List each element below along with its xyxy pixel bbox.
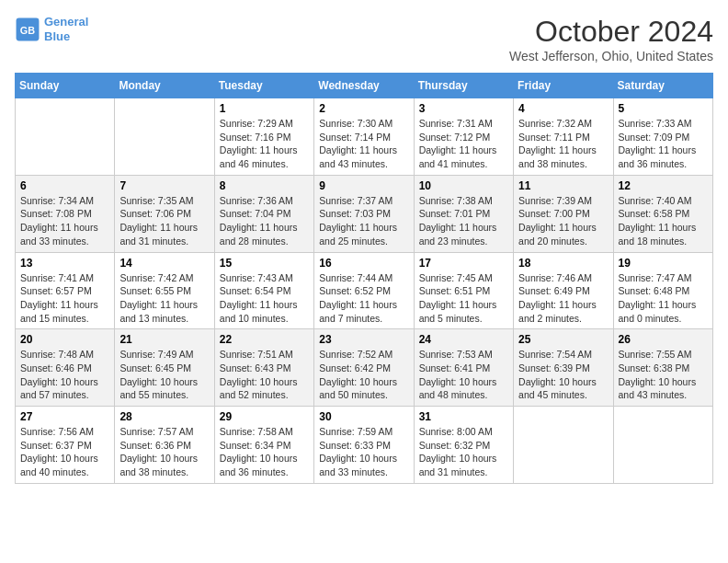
month-title: October 2024 bbox=[509, 15, 713, 49]
calendar-cell: 15Sunrise: 7:43 AM Sunset: 6:54 PM Dayli… bbox=[214, 252, 313, 329]
week-row-3: 13Sunrise: 7:41 AM Sunset: 6:57 PM Dayli… bbox=[16, 252, 713, 329]
calendar-cell: 29Sunrise: 7:58 AM Sunset: 6:34 PM Dayli… bbox=[214, 407, 313, 484]
day-info: Sunrise: 7:32 AM Sunset: 7:11 PM Dayligh… bbox=[518, 117, 608, 171]
day-info: Sunrise: 7:48 AM Sunset: 6:46 PM Dayligh… bbox=[20, 348, 109, 402]
day-number: 2 bbox=[319, 102, 408, 115]
day-number: 11 bbox=[518, 179, 608, 192]
day-number: 18 bbox=[518, 257, 608, 270]
calendar-cell: 11Sunrise: 7:39 AM Sunset: 7:00 PM Dayli… bbox=[514, 175, 613, 252]
day-info: Sunrise: 7:40 AM Sunset: 6:58 PM Dayligh… bbox=[619, 194, 708, 248]
calendar-body: 1Sunrise: 7:29 AM Sunset: 7:16 PM Daylig… bbox=[16, 98, 713, 484]
title-block: October 2024 West Jefferson, Ohio, Unite… bbox=[509, 15, 713, 63]
day-info: Sunrise: 7:30 AM Sunset: 7:14 PM Dayligh… bbox=[319, 117, 408, 171]
calendar-cell: 30Sunrise: 7:59 AM Sunset: 6:33 PM Dayli… bbox=[314, 407, 414, 484]
day-number: 9 bbox=[319, 179, 408, 192]
day-number: 4 bbox=[518, 102, 608, 115]
week-row-2: 6Sunrise: 7:34 AM Sunset: 7:08 PM Daylig… bbox=[16, 175, 713, 252]
calendar-cell: 19Sunrise: 7:47 AM Sunset: 6:48 PM Dayli… bbox=[613, 252, 712, 329]
calendar-cell: 26Sunrise: 7:55 AM Sunset: 6:38 PM Dayli… bbox=[613, 329, 712, 407]
logo: GB General Blue bbox=[15, 15, 88, 43]
calendar-cell: 1Sunrise: 7:29 AM Sunset: 7:16 PM Daylig… bbox=[214, 98, 313, 176]
day-number: 27 bbox=[20, 410, 109, 423]
day-info: Sunrise: 7:41 AM Sunset: 6:57 PM Dayligh… bbox=[20, 271, 109, 326]
calendar-cell: 22Sunrise: 7:51 AM Sunset: 6:43 PM Dayli… bbox=[214, 329, 313, 407]
svg-text:GB: GB bbox=[20, 24, 35, 35]
calendar-cell: 21Sunrise: 7:49 AM Sunset: 6:45 PM Dayli… bbox=[115, 329, 214, 407]
day-info: Sunrise: 7:38 AM Sunset: 7:01 PM Dayligh… bbox=[419, 194, 508, 248]
calendar-cell: 31Sunrise: 8:00 AM Sunset: 6:32 PM Dayli… bbox=[414, 407, 513, 484]
calendar-cell: 25Sunrise: 7:54 AM Sunset: 6:39 PM Dayli… bbox=[514, 329, 613, 407]
day-info: Sunrise: 7:57 AM Sunset: 6:36 PM Dayligh… bbox=[119, 425, 209, 479]
day-number: 19 bbox=[619, 257, 708, 270]
day-number: 15 bbox=[220, 257, 309, 270]
page-header: GB General Blue October 2024 West Jeffer… bbox=[15, 15, 713, 63]
logo-icon: GB bbox=[15, 17, 40, 42]
calendar-cell: 24Sunrise: 7:53 AM Sunset: 6:41 PM Dayli… bbox=[414, 329, 513, 407]
day-info: Sunrise: 7:31 AM Sunset: 7:12 PM Dayligh… bbox=[419, 117, 508, 171]
calendar-cell bbox=[115, 98, 214, 176]
calendar-cell bbox=[613, 407, 712, 484]
day-info: Sunrise: 7:46 AM Sunset: 6:49 PM Dayligh… bbox=[518, 271, 608, 326]
day-info: Sunrise: 7:37 AM Sunset: 7:03 PM Dayligh… bbox=[319, 194, 408, 248]
calendar-cell: 12Sunrise: 7:40 AM Sunset: 6:58 PM Dayli… bbox=[613, 175, 712, 252]
day-number: 21 bbox=[119, 333, 209, 346]
day-number: 8 bbox=[220, 179, 309, 192]
day-number: 20 bbox=[20, 333, 109, 346]
calendar-cell: 3Sunrise: 7:31 AM Sunset: 7:12 PM Daylig… bbox=[414, 98, 513, 176]
day-info: Sunrise: 8:00 AM Sunset: 6:32 PM Dayligh… bbox=[419, 425, 508, 479]
calendar-cell: 14Sunrise: 7:42 AM Sunset: 6:55 PM Dayli… bbox=[115, 252, 214, 329]
header-day-tuesday: Tuesday bbox=[214, 74, 313, 98]
day-number: 13 bbox=[20, 257, 109, 270]
day-info: Sunrise: 7:54 AM Sunset: 6:39 PM Dayligh… bbox=[518, 348, 608, 402]
calendar-cell bbox=[16, 98, 115, 176]
header-day-thursday: Thursday bbox=[414, 74, 513, 98]
day-number: 29 bbox=[220, 410, 309, 423]
day-number: 12 bbox=[619, 179, 708, 192]
calendar-cell: 28Sunrise: 7:57 AM Sunset: 6:36 PM Dayli… bbox=[115, 407, 214, 484]
day-info: Sunrise: 7:42 AM Sunset: 6:55 PM Dayligh… bbox=[119, 271, 209, 326]
header-row: SundayMondayTuesdayWednesdayThursdayFrid… bbox=[16, 74, 713, 98]
week-row-1: 1Sunrise: 7:29 AM Sunset: 7:16 PM Daylig… bbox=[16, 98, 713, 176]
header-day-friday: Friday bbox=[514, 74, 613, 98]
day-info: Sunrise: 7:53 AM Sunset: 6:41 PM Dayligh… bbox=[419, 348, 508, 402]
calendar-cell: 4Sunrise: 7:32 AM Sunset: 7:11 PM Daylig… bbox=[514, 98, 613, 176]
calendar-cell: 16Sunrise: 7:44 AM Sunset: 6:52 PM Dayli… bbox=[314, 252, 414, 329]
calendar-cell: 13Sunrise: 7:41 AM Sunset: 6:57 PM Dayli… bbox=[16, 252, 115, 329]
day-info: Sunrise: 7:35 AM Sunset: 7:06 PM Dayligh… bbox=[119, 194, 209, 248]
day-info: Sunrise: 7:56 AM Sunset: 6:37 PM Dayligh… bbox=[20, 425, 109, 479]
calendar-cell: 2Sunrise: 7:30 AM Sunset: 7:14 PM Daylig… bbox=[314, 98, 414, 176]
header-day-saturday: Saturday bbox=[613, 74, 712, 98]
calendar-cell: 8Sunrise: 7:36 AM Sunset: 7:04 PM Daylig… bbox=[214, 175, 313, 252]
calendar-cell: 7Sunrise: 7:35 AM Sunset: 7:06 PM Daylig… bbox=[115, 175, 214, 252]
calendar-table: SundayMondayTuesdayWednesdayThursdayFrid… bbox=[15, 73, 713, 484]
calendar-cell: 23Sunrise: 7:52 AM Sunset: 6:42 PM Dayli… bbox=[314, 329, 414, 407]
header-day-wednesday: Wednesday bbox=[314, 74, 414, 98]
day-number: 14 bbox=[119, 257, 209, 270]
calendar-cell: 10Sunrise: 7:38 AM Sunset: 7:01 PM Dayli… bbox=[414, 175, 513, 252]
calendar-cell bbox=[514, 407, 613, 484]
header-day-monday: Monday bbox=[115, 74, 214, 98]
day-number: 28 bbox=[119, 410, 209, 423]
day-info: Sunrise: 7:34 AM Sunset: 7:08 PM Dayligh… bbox=[20, 194, 109, 248]
logo-text: General Blue bbox=[44, 15, 88, 43]
day-info: Sunrise: 7:52 AM Sunset: 6:42 PM Dayligh… bbox=[319, 348, 408, 402]
day-info: Sunrise: 7:45 AM Sunset: 6:51 PM Dayligh… bbox=[419, 271, 508, 326]
calendar-cell: 20Sunrise: 7:48 AM Sunset: 6:46 PM Dayli… bbox=[16, 329, 115, 407]
day-info: Sunrise: 7:47 AM Sunset: 6:48 PM Dayligh… bbox=[619, 271, 708, 326]
day-info: Sunrise: 7:33 AM Sunset: 7:09 PM Dayligh… bbox=[619, 117, 708, 171]
day-info: Sunrise: 7:51 AM Sunset: 6:43 PM Dayligh… bbox=[220, 348, 309, 402]
day-info: Sunrise: 7:36 AM Sunset: 7:04 PM Dayligh… bbox=[220, 194, 309, 248]
day-number: 16 bbox=[319, 257, 408, 270]
day-info: Sunrise: 7:58 AM Sunset: 6:34 PM Dayligh… bbox=[220, 425, 309, 479]
day-number: 3 bbox=[419, 102, 508, 115]
day-number: 7 bbox=[119, 179, 209, 192]
day-number: 17 bbox=[419, 257, 508, 270]
calendar-cell: 9Sunrise: 7:37 AM Sunset: 7:03 PM Daylig… bbox=[314, 175, 414, 252]
calendar-cell: 5Sunrise: 7:33 AM Sunset: 7:09 PM Daylig… bbox=[613, 98, 712, 176]
day-info: Sunrise: 7:44 AM Sunset: 6:52 PM Dayligh… bbox=[319, 271, 408, 326]
day-number: 1 bbox=[220, 102, 309, 115]
calendar-cell: 17Sunrise: 7:45 AM Sunset: 6:51 PM Dayli… bbox=[414, 252, 513, 329]
week-row-5: 27Sunrise: 7:56 AM Sunset: 6:37 PM Dayli… bbox=[16, 407, 713, 484]
day-number: 30 bbox=[319, 410, 408, 423]
header-day-sunday: Sunday bbox=[16, 74, 115, 98]
